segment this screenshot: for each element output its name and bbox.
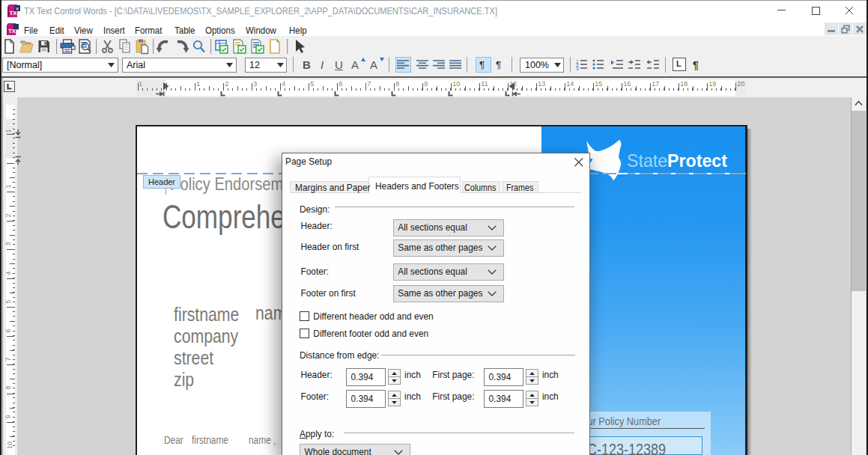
svg-text:TX: TX — [8, 28, 16, 34]
svg-text:TX: TX — [9, 10, 17, 16]
svg-text:3: 3 — [576, 66, 579, 70]
